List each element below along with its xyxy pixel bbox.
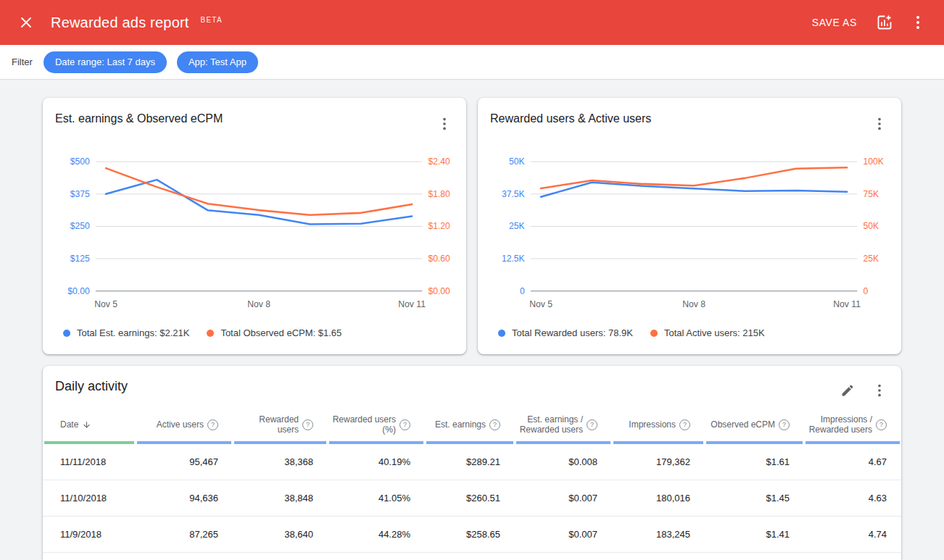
col-header-label: Observed eCPM — [711, 419, 775, 430]
card-title-rewarded-active-users: Rewarded users & Active users — [490, 109, 651, 125]
daily-activity-table: DateActive users?Rewarded users?Rewarded… — [43, 409, 901, 553]
svg-text:$0.00: $0.00 — [428, 286, 450, 296]
save-as-button[interactable]: SAVE AS — [803, 11, 866, 34]
legend-dot-icon — [63, 330, 70, 337]
legend-item: Total Active users: 215K — [650, 327, 765, 338]
col-header-rewarded-users[interactable]: Rewarded users? — [233, 409, 328, 444]
kebab-icon — [871, 383, 887, 398]
table-more-button[interactable] — [865, 376, 894, 405]
value-cell: $1.45 — [705, 480, 804, 517]
legend-label: Total Observed eCPM: $1.65 — [220, 327, 341, 338]
rewarded-ads-report-page: Rewarded ads report BETA SAVE AS Filter … — [0, 0, 944, 560]
value-cell: $1.41 — [705, 517, 804, 553]
value-cell: $0.008 — [515, 444, 612, 480]
help-icon[interactable]: ? — [302, 419, 313, 430]
column-underline — [234, 441, 326, 444]
svg-text:12.5K: 12.5K — [502, 254, 525, 264]
col-header-active-users[interactable]: Active users? — [136, 409, 233, 444]
svg-text:25K: 25K — [509, 221, 525, 231]
help-icon[interactable]: ? — [679, 419, 690, 430]
legend-dot-icon — [498, 330, 505, 337]
col-header-impressions-rewarded-users-ratio-8[interactable]: Impressions / Rewarded users? — [804, 409, 901, 444]
value-cell: 94,636 — [136, 480, 233, 517]
value-cell: 183,245 — [612, 517, 705, 553]
value-cell: $289.21 — [425, 444, 515, 480]
page-title: Rewarded ads report — [51, 14, 189, 31]
column-underline — [613, 441, 703, 444]
value-cell: $258.65 — [425, 517, 515, 553]
close-button[interactable] — [12, 8, 41, 37]
legend-item: Total Observed eCPM: $1.65 — [207, 327, 341, 338]
legend-dot-icon — [207, 330, 214, 337]
column-underline — [329, 441, 423, 444]
pencil-icon — [840, 383, 855, 398]
col-header-label: Impressions — [629, 419, 676, 430]
date-cell: 11/9/2018 — [43, 517, 136, 553]
col-header-label: Rewarded users — [236, 414, 299, 435]
help-icon[interactable]: ? — [876, 419, 887, 430]
rewarded-active-users-chart: 50K100K37.5K75K25K50K12.5K25K00Nov 5Nov … — [478, 154, 901, 313]
svg-text:$500: $500 — [70, 156, 90, 167]
col-header-label: Rewarded users (%) — [333, 414, 396, 435]
help-icon[interactable]: ? — [489, 419, 500, 430]
rewarded-active-users-card: Rewarded users & Active users 50K100K37.… — [478, 98, 901, 354]
value-cell: $1.61 — [705, 444, 804, 480]
value-cell: 4.67 — [804, 444, 901, 480]
value-cell: 179,362 — [612, 444, 705, 480]
filter-bar: Filter Date range: Last 7 daysApp: Test … — [0, 45, 944, 80]
value-cell: 38,640 — [233, 517, 328, 553]
line-chart-svg: 50K100K37.5K75K25K50K12.5K25K00Nov 5Nov … — [489, 154, 890, 313]
card-more-button[interactable] — [430, 109, 459, 138]
svg-text:37.5K: 37.5K — [502, 189, 525, 199]
legend-item: Total Rewarded users: 78.9K — [498, 327, 633, 338]
column-underline — [44, 441, 134, 444]
help-icon[interactable]: ? — [399, 419, 410, 430]
svg-text:$375: $375 — [70, 189, 90, 199]
value-cell: 38,368 — [233, 444, 328, 480]
card-title-earnings-ecpm: Est. earnings & Observed eCPM — [55, 109, 223, 125]
value-cell: 87,265 — [136, 517, 233, 553]
column-underline — [426, 441, 513, 444]
card-more-button[interactable] — [865, 109, 894, 138]
col-header-date[interactable]: Date — [43, 409, 136, 444]
table-row: 11/11/201895,46738,36840.19%$289.21$0.00… — [43, 444, 901, 480]
value-cell: 4.63 — [804, 480, 901, 517]
date-cell: 11/11/2018 — [43, 444, 136, 480]
earnings-ecpm-card: Est. earnings & Observed eCPM $500$2.40$… — [43, 98, 466, 354]
col-header-est-earnings-rewarded-users-ratio-5[interactable]: Est. earnings / Rewarded users? — [515, 409, 612, 444]
card-header: Rewarded users & Active users — [478, 98, 901, 138]
column-underline — [137, 441, 231, 444]
column-underline — [806, 441, 900, 444]
main-content: Est. earnings & Observed eCPM $500$2.40$… — [0, 80, 944, 560]
filter-chip-app[interactable]: App: Test App — [177, 51, 258, 73]
help-icon[interactable]: ? — [779, 419, 790, 430]
svg-text:Nov 5: Nov 5 — [529, 299, 552, 309]
value-cell: $0.007 — [515, 480, 612, 517]
close-icon — [20, 16, 33, 29]
table-row: 11/10/201894,63638,84841.05%$260.51$0.00… — [43, 480, 901, 517]
header-more-button[interactable] — [903, 8, 932, 37]
filter-chip-date-range[interactable]: Date range: Last 7 days — [44, 51, 167, 73]
earnings-ecpm-legend: Total Est. earnings: $2.21KTotal Observe… — [43, 327, 466, 354]
card-header: Est. earnings & Observed eCPM — [43, 98, 466, 138]
col-header-label: Date — [60, 419, 78, 430]
add-chart-icon — [876, 14, 893, 31]
col-header-impressions[interactable]: Impressions? — [612, 409, 705, 444]
help-icon[interactable]: ? — [207, 419, 218, 430]
legend-label: Total Est. earnings: $2.21K — [77, 327, 189, 338]
table-actions — [833, 376, 894, 405]
col-header-label: Impressions / Rewarded users — [809, 414, 872, 435]
daily-activity-card: Daily activity DateActive — [43, 366, 901, 560]
help-icon[interactable]: ? — [587, 419, 597, 430]
add-chart-button[interactable] — [870, 8, 899, 37]
filter-label: Filter — [12, 57, 33, 67]
column-underline — [706, 441, 803, 444]
svg-text:$250: $250 — [70, 221, 90, 231]
svg-text:0: 0 — [520, 286, 525, 296]
col-header-observed-ecpm[interactable]: Observed eCPM? — [705, 409, 804, 444]
sort-descending-icon — [82, 420, 91, 430]
edit-columns-button[interactable] — [833, 376, 862, 405]
col-header-rewarded-users-ratio-3[interactable]: Rewarded users (%)? — [328, 409, 425, 444]
col-header-est-earnings[interactable]: Est. earnings? — [425, 409, 515, 444]
col-header-label: Active users — [157, 419, 204, 430]
